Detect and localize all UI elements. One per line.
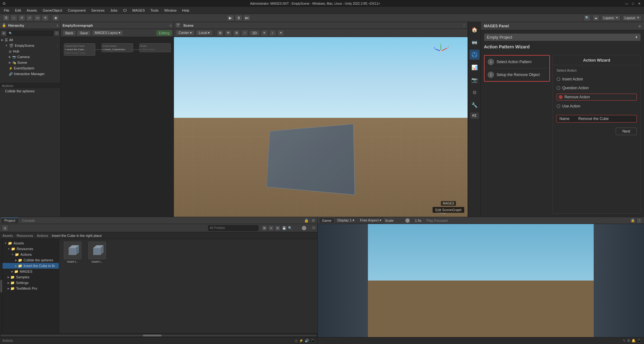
scene-vis-btn[interactable]: 👁 <box>225 30 232 36</box>
next-btn[interactable]: Next <box>616 128 637 135</box>
menu-edit[interactable]: Edit <box>13 8 24 13</box>
scene-fx-btn[interactable]: ✦ <box>277 30 284 36</box>
minimize-btn[interactable]: — <box>625 1 629 6</box>
tab-settings2-btn[interactable]: ⚙ <box>310 218 316 223</box>
menu-jobs[interactable]: Jobs <box>108 8 120 13</box>
menu-services[interactable]: Services <box>89 8 107 13</box>
hierarchy-menu-btn[interactable]: ≡ <box>57 24 58 27</box>
folder-collide-spheres[interactable]: ▶ 📁 Collide the spheres <box>3 257 59 263</box>
toolbar-rect-btn[interactable]: ▭ <box>34 15 41 21</box>
search-btn[interactable]: 🔍 <box>584 15 591 21</box>
menu-assets[interactable]: Assets <box>24 8 40 13</box>
menu-window[interactable]: Window <box>162 8 179 13</box>
scale-slider[interactable] <box>395 219 414 222</box>
maximize-btn[interactable]: □ <box>631 1 635 6</box>
hierarchy-item-emptyscene[interactable]: ▼ 🎬 EmptyScene ⋮ <box>0 43 60 48</box>
toolbar-rotate-btn[interactable]: ↺ <box>18 15 25 21</box>
tab-lock-btn[interactable]: 🔒 <box>303 218 309 223</box>
toolbar-transform-btn[interactable]: ✛ <box>42 15 49 21</box>
radio-question-action[interactable]: Question Action <box>557 85 637 91</box>
close-btn[interactable]: ✕ <box>637 1 641 6</box>
emptyscene-more-btn[interactable]: ⋮ <box>56 44 59 47</box>
radio-remove-action[interactable]: Remove Action <box>557 94 637 101</box>
play-focused-btn[interactable]: Play Focused <box>424 218 450 223</box>
hierarchy-item-hub[interactable]: ◎ Hub <box>0 48 60 54</box>
scrollbar-track[interactable] <box>1 335 317 336</box>
game-aspect-dropdown[interactable]: Free Aspect ▾ <box>358 217 384 223</box>
folder-samples[interactable]: ▶ 📁 Samples <box>3 274 59 280</box>
zoom-slider[interactable] <box>292 227 311 229</box>
scene-menu-btn[interactable]: ⋮ <box>462 23 466 27</box>
menu-gameobject[interactable]: GameObject <box>40 8 65 13</box>
game-menu-btn[interactable]: ⋮ <box>636 218 642 223</box>
node-insert-cube[interactable]: InsertCube Panel ▪ Insert the Cube... St… <box>64 43 95 56</box>
game-display-dropdown[interactable]: Display 1 ▾ <box>335 217 357 223</box>
hierarchy-item-all[interactable]: ▶ ☰ All <box>0 37 60 43</box>
project-dropdown[interactable]: Empty Project ▼ <box>484 33 641 41</box>
proj-list-btn[interactable]: ≡ <box>268 225 274 231</box>
node-another[interactable]: Node ▪ Next Action... <box>139 43 171 52</box>
radio-use-action[interactable]: Use Action <box>557 103 637 109</box>
scene-audio-btn[interactable]: ♪ <box>269 30 276 36</box>
asset-item-2[interactable]: Insert t... <box>86 242 108 263</box>
hierarchy-item-camera[interactable]: ▶ 📷 Camera <box>0 54 60 60</box>
proj-thumb-btn[interactable]: ⊞ <box>262 225 267 231</box>
tab-console[interactable]: Console <box>19 218 38 223</box>
chart-icon-btn[interactable]: 📊 <box>469 62 480 72</box>
game-viewport[interactable] <box>318 224 644 337</box>
tab-project[interactable]: Project <box>1 218 18 223</box>
folder-insert-cube[interactable]: ▶ 📁 Insert the Cube in th <box>3 263 59 269</box>
hierarchy-options-btn[interactable]: ⋮ <box>54 31 59 36</box>
project-add-btn[interactable]: + <box>2 225 8 231</box>
scene-grid-btn[interactable]: ⊞ <box>217 30 224 36</box>
folder-mages[interactable]: ▶ 📁 MAGES <box>3 269 59 274</box>
folder-textmeshpro[interactable]: ▶ 📁 TextMesh Pro <box>3 286 59 291</box>
camera2-icon-btn[interactable]: 📷 <box>469 75 480 85</box>
back-btn[interactable]: Back <box>63 30 76 36</box>
menu-ci[interactable]: CI <box>121 8 129 13</box>
gear2-icon-btn[interactable]: ⚙ <box>469 87 480 97</box>
center-btn[interactable]: Center ▾ <box>176 30 195 36</box>
scenegraph-menu-btn[interactable]: ≡ <box>170 24 172 27</box>
local-btn[interactable]: Local ▾ <box>196 30 213 36</box>
menu-file[interactable]: File <box>1 8 12 13</box>
step-btn[interactable]: ⏭ <box>243 15 251 21</box>
node-insert-action[interactable]: Insert Action ▪ Insert_CubeAction <box>102 43 133 52</box>
home-icon-btn[interactable]: 🏠 <box>469 25 480 35</box>
menu-help[interactable]: Help <box>180 8 192 13</box>
vr-icon-btn[interactable]: 🥽 <box>469 37 480 47</box>
hierarchy-item-collide-spheres[interactable]: Collide the spheres <box>0 88 60 94</box>
layout-dropdown[interactable]: Layout ▼ <box>622 15 641 21</box>
wizard-step1[interactable]: 1 Select Action Pattern <box>485 56 549 68</box>
edit-scenegraph-btn[interactable]: Edit SceneGraph <box>432 207 464 213</box>
wizard-step2[interactable]: 2 Setup the Remove Object <box>485 68 549 81</box>
twod-btn[interactable]: 2D <box>249 30 259 36</box>
scrollbar-thumb[interactable] <box>143 335 162 336</box>
scene-sphere-btn[interactable]: ○ <box>241 30 248 36</box>
proj-filter-btn[interactable]: ⊘ <box>275 225 280 231</box>
hierarchy-item-interaction-manager[interactable]: 🔗 Interaction Manager <box>0 71 60 77</box>
folder-actions[interactable]: ▼ 📁 Actions <box>3 252 59 257</box>
toolbar-translate-btn[interactable]: ↔ <box>10 15 17 21</box>
share-icon-btn[interactable] <box>469 50 480 60</box>
left-scroll-btn[interactable] <box>0 280 2 292</box>
proj-save2-btn[interactable]: 💾 <box>281 225 287 231</box>
bc-resources[interactable]: Resources <box>17 234 33 238</box>
cloud-btn[interactable]: ☁ <box>592 15 599 21</box>
project-search-input[interactable] <box>208 225 258 231</box>
mages-layout-btn[interactable]: MAGES Layou ▾ <box>92 30 124 36</box>
scene-cube[interactable] <box>266 124 355 195</box>
hierarchy-item-scene[interactable]: ▶ 🎭 Scene <box>0 60 60 65</box>
pause-btn[interactable]: ⏸ <box>235 15 242 21</box>
bc-actions[interactable]: Actions <box>37 234 48 238</box>
folder-resources[interactable]: ▼ 📁 Resources <box>3 246 59 252</box>
mages-expand-btn[interactable]: » <box>638 24 641 29</box>
scale-handle[interactable] <box>405 218 410 223</box>
toolbar-scale-btn[interactable]: ⤢ <box>26 15 33 21</box>
scrollbar-horizontal[interactable] <box>0 333 317 337</box>
asset-item-1[interactable]: Insert t... <box>62 242 84 263</box>
folder-assets[interactable]: ▼ 📁 Assets <box>3 240 59 246</box>
scene-viewport[interactable]: ✋ ↔ ↺ ⤡ ▭ ✛ <box>174 37 468 217</box>
scene-light-btn[interactable]: ☀ <box>261 30 268 36</box>
game-lock-btn[interactable]: 🔒 <box>630 218 636 223</box>
